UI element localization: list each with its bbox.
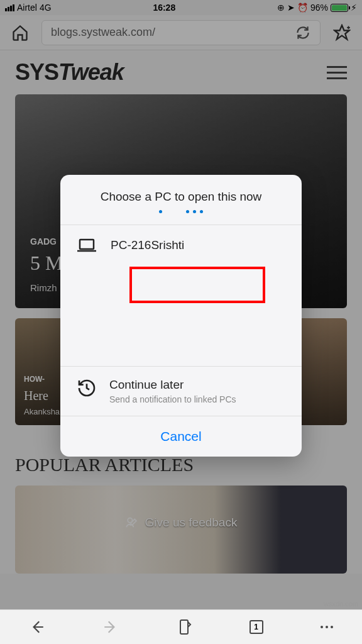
continue-on-pc-icon[interactable] [177,618,192,636]
continue-title: Continue later [109,378,236,392]
svg-rect-2 [180,620,188,634]
history-icon [77,378,97,398]
more-icon[interactable] [321,626,333,628]
loading-indicator [60,210,302,225]
modal-title: Choose a PC to open this now [60,175,302,210]
watermark: wsxdn.com [324,600,358,608]
laptop-icon [77,238,97,253]
cancel-button[interactable]: Cancel [60,416,302,457]
tabs-icon[interactable]: 1 [250,620,263,634]
svg-rect-1 [80,240,94,249]
pc-picker-modal: Choose a PC to open this now PC-216Srish… [60,175,302,457]
continue-subtitle: Send a notification to linked PCs [109,394,236,404]
forward-icon [102,619,119,635]
pc-name: PC-216Srishti [111,238,184,252]
continue-later-item[interactable]: Continue later Send a notification to li… [60,367,302,416]
tab-count: 1 [254,623,258,631]
back-icon[interactable] [29,619,45,635]
bottom-toolbar: 1 [0,609,362,644]
pc-item[interactable]: PC-216Srishti [60,225,302,265]
